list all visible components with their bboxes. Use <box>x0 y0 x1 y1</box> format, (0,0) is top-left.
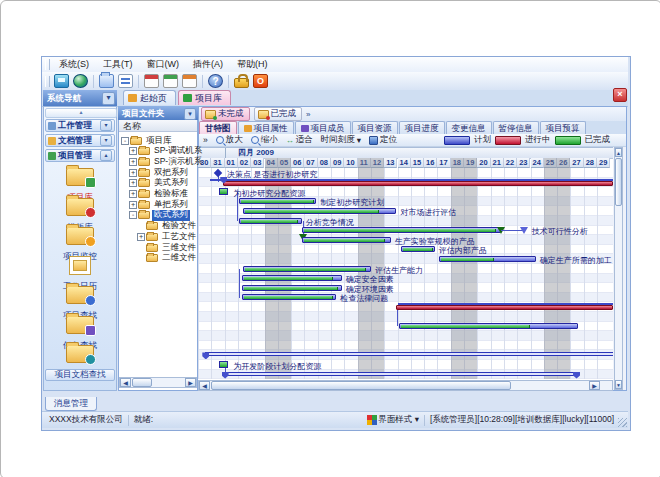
gantt-tab-项目资源[interactable]: 项目资源 <box>352 121 398 134</box>
task-bar[interactable] <box>242 285 342 291</box>
task-bar[interactable] <box>239 198 316 204</box>
gantt-tab-暂停信息[interactable]: 暂停信息 <box>493 121 539 134</box>
scroll-left-icon[interactable]: ◀ <box>120 378 131 387</box>
globe-icon[interactable] <box>73 74 88 88</box>
filter-overflow-chevron[interactable]: » <box>306 110 310 119</box>
tree-node-欧式系列[interactable]: -欧式系列 <box>119 210 207 221</box>
scroll-left-icon[interactable]: ◀ <box>199 381 210 390</box>
task-bar[interactable] <box>239 218 302 224</box>
scrollbar-thumb[interactable] <box>132 378 152 387</box>
gantt-tab-项目属性[interactable]: 项目属性 <box>238 121 294 134</box>
toolbar-grip[interactable] <box>45 59 50 70</box>
task-bar[interactable] <box>401 246 434 252</box>
cal-green-icon[interactable] <box>163 74 178 88</box>
tree-node-二维文件[interactable]: 二维文件 <box>119 253 215 264</box>
tree-node-检验标准[interactable]: +检验标准 <box>119 189 207 200</box>
tree-column-header[interactable]: 名称 <box>119 120 197 132</box>
menu-item[interactable]: 插件(A) <box>186 59 230 69</box>
resize-grip[interactable] <box>618 418 627 427</box>
gantt-tab-变更信息[interactable]: 变更信息 <box>446 121 492 134</box>
scroll-up-icon[interactable]: ▲ <box>615 148 622 157</box>
expand-icon[interactable]: + <box>129 169 137 177</box>
expand-icon[interactable]: + <box>129 179 137 187</box>
expand-icon[interactable]: + <box>129 190 137 198</box>
collapse-icon[interactable]: - <box>121 137 129 145</box>
summary-bar[interactable] <box>205 352 613 356</box>
scroll-right-icon[interactable]: ▶ <box>185 378 196 387</box>
tree-node-双把系列[interactable]: +双把系列 <box>119 167 207 178</box>
in-progress-bar[interactable] <box>396 305 613 310</box>
task-bar[interactable] <box>243 208 396 214</box>
task-bar[interactable] <box>302 227 502 233</box>
task-bar[interactable] <box>302 237 391 243</box>
sidebar-group-文档管理[interactable]: 文档管理▾ <box>45 134 115 147</box>
tab-起始页[interactable]: 起始页 <box>123 90 176 105</box>
gantt-chart[interactable]: 四月 2009303101020304050607080910111213141… <box>198 147 613 391</box>
gantt-vscrollbar[interactable]: ▲ ▼ <box>614 147 623 390</box>
task-bar[interactable] <box>242 275 342 281</box>
gantt-hscrollbar[interactable]: ◀▶ <box>198 380 613 391</box>
gantt-tab-项目进度[interactable]: 项目进度 <box>399 121 445 134</box>
project-progress-bar[interactable] <box>223 181 613 186</box>
tree-node-项目库[interactable]: -项目库 <box>119 135 199 146</box>
scrollbar-thumb[interactable] <box>615 158 622 206</box>
tree-node-单把系列[interactable]: +单把系列 <box>119 199 207 210</box>
tree-node-SP-调试机系[interactable]: +SP-调试机系 <box>119 146 207 157</box>
menu-item[interactable]: 帮助(H) <box>230 59 275 69</box>
filter-已完成[interactable]: 已完成 <box>254 107 303 121</box>
tree-node-SP-演示机系[interactable]: +SP-演示机系 <box>119 156 207 167</box>
task-bar[interactable] <box>242 294 336 300</box>
collapse-icon[interactable]: - <box>129 211 137 219</box>
summary-bar[interactable] <box>225 372 577 376</box>
sidebar-collapse-button[interactable]: ▴ <box>45 108 117 118</box>
gantt-tab-项目成员[interactable]: 项目成员 <box>295 121 351 134</box>
lock-icon[interactable] <box>234 78 249 88</box>
fit-button[interactable]: ↔适合 <box>282 134 317 146</box>
tree-node-检验文件[interactable]: 检验文件 <box>119 221 215 232</box>
filter-未完成[interactable]: 未完成 <box>201 107 250 121</box>
sidebar-group-工作管理[interactable]: 工作管理▾ <box>45 119 115 132</box>
menu-item[interactable]: 工具(T) <box>96 59 140 69</box>
locate-button[interactable]: 定位 <box>365 134 401 146</box>
timescale-dropdown[interactable]: 时间刻度▾ <box>317 134 365 146</box>
tree-node-三维文件[interactable]: 三维文件 <box>119 242 215 253</box>
close-icon[interactable]: × <box>613 88 627 102</box>
interface-style-dropdown[interactable]: 界面样式 ▾ <box>378 414 419 426</box>
gantt-icon[interactable] <box>118 74 133 88</box>
task-bar[interactable] <box>219 188 228 195</box>
zoom-out-button[interactable]: 缩小 <box>247 134 282 146</box>
chevron-icon[interactable]: ▴ <box>100 150 112 161</box>
menu-item[interactable]: 系统(S) <box>52 59 96 69</box>
task-bar[interactable] <box>439 256 536 262</box>
task-bar[interactable] <box>243 266 371 272</box>
gantt-toolbar-overflow[interactable]: » <box>199 135 212 145</box>
gantt-tab-甘特图[interactable]: 甘特图 <box>199 121 237 134</box>
monitor-icon[interactable] <box>54 74 69 88</box>
tree-node-工艺文件[interactable]: +工艺文件 <box>119 231 215 242</box>
pin-icon[interactable]: ▾ <box>102 92 115 105</box>
cal-orange-icon[interactable] <box>182 74 197 88</box>
expand-icon[interactable]: + <box>129 147 137 155</box>
expand-icon[interactable]: + <box>137 233 145 241</box>
pin-icon[interactable]: ▾ <box>184 108 196 120</box>
expand-icon[interactable]: + <box>129 158 137 166</box>
cal-red-icon[interactable] <box>144 74 159 88</box>
scroll-down-icon[interactable]: ▼ <box>615 380 622 389</box>
tree-hscrollbar[interactable]: ◀ ▶ <box>119 377 197 388</box>
task-bar[interactable] <box>219 361 228 368</box>
scroll-right-icon[interactable]: ▶ <box>589 381 600 390</box>
menu-item[interactable]: 窗口(W) <box>140 59 187 69</box>
chevron-icon[interactable]: ▾ <box>100 120 112 131</box>
toolbar-grip[interactable] <box>45 76 50 87</box>
message-manager-tab[interactable]: 消息管理 <box>45 397 97 411</box>
milestone-icon[interactable] <box>520 227 528 234</box>
chevron-icon[interactable]: ▾ <box>100 135 112 146</box>
tab-项目库[interactable]: 项目库 <box>178 90 231 105</box>
help-icon[interactable]: ? <box>208 74 223 88</box>
folder-icon[interactable] <box>99 74 114 88</box>
sidebar-group-项目管理[interactable]: 项目管理▴ <box>45 149 115 162</box>
zoom-in-button[interactable]: 放大 <box>212 134 247 146</box>
stop-icon[interactable]: O <box>253 74 268 88</box>
expand-icon[interactable]: + <box>129 201 137 209</box>
sidebar-item-项目文档查找[interactable]: 项目文档查找 <box>45 341 115 381</box>
